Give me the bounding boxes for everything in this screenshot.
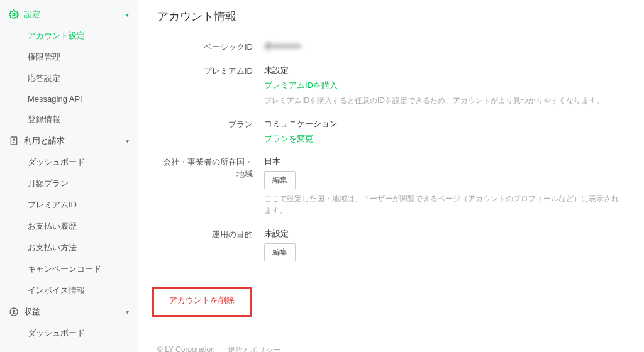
main-content: アカウント情報 ベーシックID @xxxxxxx プレミアムID 未設定 プレミ…	[138, 0, 644, 352]
chevron-down-icon: ▾	[126, 11, 129, 18]
purpose-label: 運用の目的	[157, 228, 264, 241]
row-region: 会社・事業者の所在国・地域 日本 編集 ここで設定した国・地域は、ユーザーが閲覧…	[157, 150, 625, 223]
nav-group-settings[interactable]: 設定 ▾	[0, 4, 138, 25]
sidebar-item-account-settings[interactable]: アカウント設定	[0, 25, 138, 47]
close-menu-button[interactable]: ‹ メニューを閉じる	[0, 348, 138, 352]
row-plan: プラン コミュニケーション プランを変更	[157, 113, 625, 150]
sidebar-item-revenue-dashboard[interactable]: ダッシュボード	[0, 322, 138, 344]
region-label: 会社・事業者の所在国・地域	[157, 156, 264, 180]
premium-id-value: 未設定	[264, 65, 625, 76]
terms-link[interactable]: 規約とポリシー	[228, 345, 280, 352]
plan-value: コミュニケーション	[264, 118, 625, 129]
copyright: © LY Corporation	[157, 345, 215, 352]
sidebar-item-invoice[interactable]: インボイス情報	[0, 280, 138, 301]
purpose-edit-button[interactable]: 編集	[264, 243, 296, 261]
nav-group-billing[interactable]: 利用と請求 ▾	[0, 130, 138, 151]
nav-group-label: 収益	[24, 306, 40, 317]
document-icon	[9, 136, 19, 146]
sidebar-item-messaging-api[interactable]: Messaging API	[0, 89, 138, 109]
basic-id-value: @xxxxxxx	[264, 41, 301, 50]
nav-group-label: 利用と請求	[24, 135, 65, 146]
basic-id-label: ベーシックID	[157, 41, 264, 53]
premium-id-help: プレミアムIDを購入すると任意のIDを設定できるため、アカウントがより見つかりや…	[264, 95, 625, 107]
delete-account-link[interactable]: アカウントを削除	[169, 295, 235, 305]
dollar-icon	[9, 307, 19, 317]
content-footer: © LY Corporation 規約とポリシー	[157, 336, 625, 352]
delete-highlight: アカウントを削除	[152, 287, 252, 317]
sidebar-item-permissions[interactable]: 権限管理	[0, 47, 138, 68]
row-basic-id: ベーシックID @xxxxxxx	[157, 35, 625, 59]
sidebar-item-response-settings[interactable]: 応答設定	[0, 68, 138, 89]
sidebar-item-premium-id[interactable]: プレミアムID	[0, 194, 138, 216]
gear-icon	[9, 9, 19, 19]
sidebar-item-payment-history[interactable]: お支払い履歴	[0, 216, 138, 237]
sidebar-item-registration[interactable]: 登録情報	[0, 109, 138, 130]
danger-section: アカウントを削除	[157, 275, 625, 336]
svg-point-0	[13, 13, 15, 16]
change-plan-link[interactable]: プランを変更	[264, 133, 313, 145]
chevron-down-icon: ▾	[126, 309, 129, 316]
sidebar: 設定 ▾ アカウント設定 権限管理 応答設定 Messaging API 登録情…	[0, 0, 138, 352]
nav-group-revenue[interactable]: 収益 ▾	[0, 301, 138, 322]
chevron-down-icon: ▾	[126, 138, 129, 145]
page-title: アカウント情報	[157, 9, 625, 24]
row-premium-id: プレミアムID 未設定 プレミアムIDを購入 プレミアムIDを購入すると任意のI…	[157, 59, 625, 113]
sidebar-item-monthly-plan[interactable]: 月額プラン	[0, 173, 138, 194]
region-help: ここで設定した国・地域は、ユーザーが閲覧できるページ（アカウントのプロフィールな…	[264, 193, 625, 217]
nav-group-label: 設定	[24, 9, 40, 20]
row-purpose: 運用の目的 未設定 編集	[157, 223, 625, 267]
plan-label: プラン	[157, 118, 264, 131]
region-value: 日本	[264, 156, 625, 167]
premium-id-label: プレミアムID	[157, 65, 264, 77]
sidebar-item-campaign-code[interactable]: キャンペーンコード	[0, 258, 138, 280]
purpose-value: 未設定	[264, 228, 625, 239]
sidebar-item-dashboard[interactable]: ダッシュボード	[0, 151, 138, 173]
sidebar-item-payment-method[interactable]: お支払い方法	[0, 237, 138, 258]
region-edit-button[interactable]: 編集	[264, 171, 296, 189]
buy-premium-id-link[interactable]: プレミアムIDを購入	[264, 80, 338, 91]
